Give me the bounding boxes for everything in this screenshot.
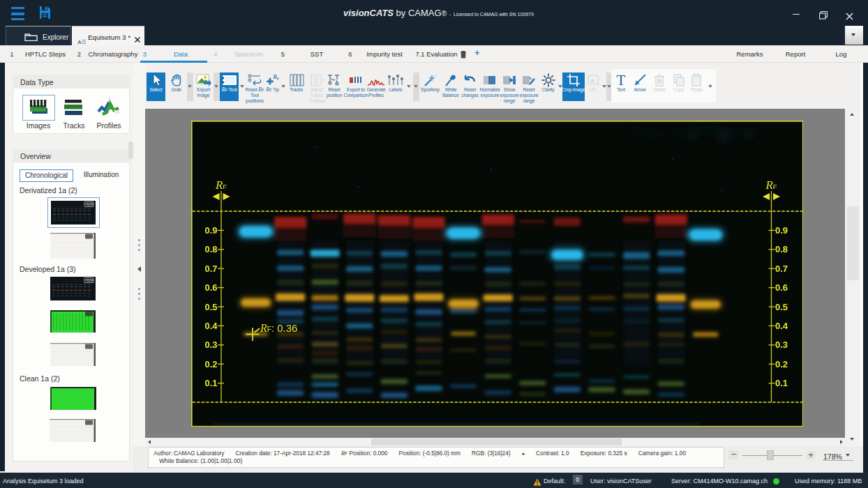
svg-text:F: F bbox=[277, 77, 280, 81]
svg-text:T: T bbox=[617, 73, 626, 88]
svg-text:0.8: 0.8 bbox=[775, 244, 788, 254]
svg-text:0.4: 0.4 bbox=[204, 321, 218, 331]
svg-text:0.1: 0.1 bbox=[204, 378, 217, 388]
svg-text:R: R bbox=[272, 74, 276, 80]
svg-text:0.7: 0.7 bbox=[775, 264, 788, 274]
svg-text:0.3: 0.3 bbox=[204, 340, 217, 350]
svg-text:0.3: 0.3 bbox=[775, 340, 788, 350]
svg-text:0.9: 0.9 bbox=[775, 225, 788, 236]
svg-text:0.6: 0.6 bbox=[204, 282, 217, 293]
svg-text:0.5: 0.5 bbox=[775, 302, 788, 312]
svg-text:0.7: 0.7 bbox=[204, 264, 217, 274]
svg-text:0.4: 0.4 bbox=[775, 321, 788, 331]
svg-text:0.1: 0.1 bbox=[775, 378, 788, 388]
svg-text:0.8: 0.8 bbox=[204, 244, 217, 254]
svg-text:0.9: 0.9 bbox=[204, 225, 217, 236]
svg-text:RF: 0.36: RF: 0.36 bbox=[260, 322, 297, 334]
svg-text:0.2: 0.2 bbox=[775, 359, 788, 369]
svg-text:HDR: HDR bbox=[86, 278, 93, 282]
svg-text:HDR: HDR bbox=[86, 202, 93, 206]
svg-text:0.2: 0.2 bbox=[204, 359, 217, 369]
svg-text:A: A bbox=[77, 39, 82, 45]
svg-text:0.5: 0.5 bbox=[204, 302, 217, 312]
svg-text:0.6: 0.6 bbox=[775, 282, 788, 293]
